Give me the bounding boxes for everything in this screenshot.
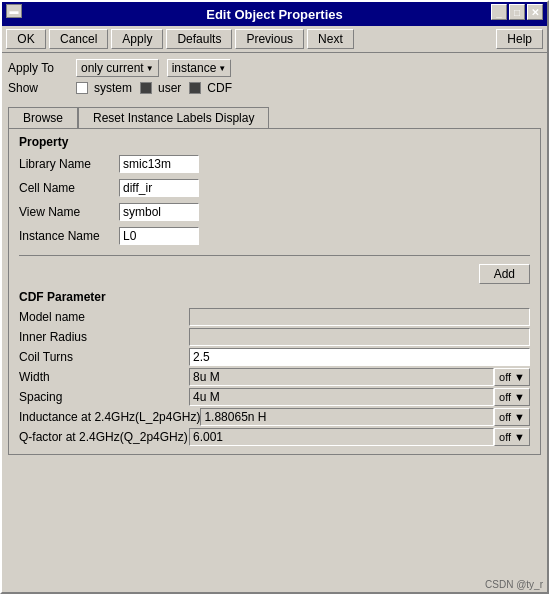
- help-button[interactable]: Help: [496, 29, 543, 49]
- cdf-param-value[interactable]: 2.5: [189, 348, 530, 366]
- reset-tab[interactable]: Reset Instance Labels Display: [78, 107, 269, 128]
- user-checkbox[interactable]: [140, 82, 152, 94]
- apply-to-option2-button[interactable]: instance ▼: [167, 59, 232, 77]
- view-name-label: View Name: [19, 205, 119, 219]
- tab-container: Browse Reset Instance Labels Display Pro…: [8, 103, 541, 455]
- cdf-param-value[interactable]: 4u M: [189, 388, 494, 406]
- cell-name-row: Cell Name: [19, 179, 530, 197]
- title-bar: ▬ Edit Object Properties _ □ ✕: [2, 2, 547, 26]
- param-value-container: 8u Moff ▼: [189, 368, 530, 386]
- param-toggle-button[interactable]: off ▼: [494, 388, 530, 406]
- user-label: user: [158, 81, 181, 95]
- cdf-param-label: Coil Turns: [19, 350, 189, 364]
- cdf-checkbox-row: CDF: [189, 81, 232, 95]
- tab-panel: Property Library Name Cell Name View Nam…: [8, 129, 541, 455]
- cdf-param-row: Model name: [19, 308, 530, 326]
- cdf-param-label: Inner Radius: [19, 330, 189, 344]
- window-title: Edit Object Properties: [206, 7, 343, 22]
- add-button[interactable]: Add: [479, 264, 530, 284]
- cdf-param-label: Inductance at 2.4GHz(L_2p4GHz): [19, 410, 200, 424]
- cdf-section-header: CDF Parameter: [19, 290, 530, 304]
- cdf-param-row: Inductance at 2.4GHz(L_2p4GHz)1.88065n H…: [19, 408, 530, 426]
- view-name-row: View Name: [19, 203, 530, 221]
- property-section-header: Property: [19, 135, 530, 149]
- param-toggle-button[interactable]: off ▼: [494, 428, 530, 446]
- cell-name-input[interactable]: [119, 179, 199, 197]
- browse-tab[interactable]: Browse: [8, 107, 78, 128]
- tab-row: Browse Reset Instance Labels Display: [8, 107, 541, 129]
- cdf-param-label: Model name: [19, 310, 189, 324]
- cdf-param-row: Inner Radius: [19, 328, 530, 346]
- cdf-params-list: Model nameInner RadiusCoil Turns2.5Width…: [19, 308, 530, 446]
- cdf-param-row: Coil Turns2.5: [19, 348, 530, 366]
- library-name-row: Library Name: [19, 155, 530, 173]
- system-checkbox[interactable]: [76, 82, 88, 94]
- chevron-down-icon: ▼: [218, 64, 226, 73]
- divider: [19, 255, 530, 256]
- minimize-button[interactable]: _: [491, 4, 507, 20]
- cdf-param-label: Width: [19, 370, 189, 384]
- cdf-param-value[interactable]: 8u M: [189, 368, 494, 386]
- cdf-param-label: Q-factor at 2.4GHz(Q_2p4GHz): [19, 430, 189, 444]
- apply-button[interactable]: Apply: [111, 29, 163, 49]
- cdf-section: CDF Parameter Model nameInner RadiusCoil…: [19, 290, 530, 448]
- title-bar-icon: ▬: [6, 4, 22, 18]
- show-label: Show: [8, 81, 68, 95]
- close-button[interactable]: ✕: [527, 4, 543, 20]
- param-toggle-button[interactable]: off ▼: [494, 368, 530, 386]
- param-value-container: 4u Moff ▼: [189, 388, 530, 406]
- main-window: ▬ Edit Object Properties _ □ ✕ OK Cancel…: [0, 0, 549, 594]
- cdf-param-label: Spacing: [19, 390, 189, 404]
- user-checkbox-row: user: [140, 81, 181, 95]
- instance-name-row: Instance Name: [19, 227, 530, 245]
- show-row: Show system user CDF: [8, 81, 541, 95]
- system-checkbox-row: system: [76, 81, 132, 95]
- previous-button[interactable]: Previous: [235, 29, 304, 49]
- system-label: system: [94, 81, 132, 95]
- cdf-param-row: Spacing4u Moff ▼: [19, 388, 530, 406]
- next-button[interactable]: Next: [307, 29, 354, 49]
- defaults-button[interactable]: Defaults: [166, 29, 232, 49]
- cdf-param-row: Width8u Moff ▼: [19, 368, 530, 386]
- param-value-container: 6.001off ▼: [189, 428, 530, 446]
- cdf-checkbox[interactable]: [189, 82, 201, 94]
- watermark: CSDN @ty_r: [2, 577, 547, 592]
- toolbar: OK Cancel Apply Defaults Previous Next H…: [2, 26, 547, 53]
- cdf-label: CDF: [207, 81, 232, 95]
- chevron-down-icon: ▼: [146, 64, 154, 73]
- title-bar-buttons: _ □ ✕: [491, 4, 543, 20]
- cdf-param-value[interactable]: [189, 328, 530, 346]
- instance-name-label: Instance Name: [19, 229, 119, 243]
- system-menu-icon[interactable]: ▬: [6, 4, 22, 18]
- maximize-button[interactable]: □: [509, 4, 525, 20]
- cell-name-label: Cell Name: [19, 181, 119, 195]
- add-btn-row: Add: [19, 264, 530, 284]
- apply-to-option1-button[interactable]: only current ▼: [76, 59, 159, 77]
- cdf-param-row: Q-factor at 2.4GHz(Q_2p4GHz)6.001off ▼: [19, 428, 530, 446]
- cdf-param-value[interactable]: [189, 308, 530, 326]
- cdf-param-value[interactable]: 6.001: [189, 428, 494, 446]
- apply-to-row: Apply To only current ▼ instance ▼: [8, 59, 541, 77]
- param-toggle-button[interactable]: off ▼: [494, 408, 530, 426]
- content-area: Apply To only current ▼ instance ▼ Show …: [2, 53, 547, 577]
- cdf-param-value[interactable]: 1.88065n H: [200, 408, 494, 426]
- param-value-container: 1.88065n Hoff ▼: [200, 408, 530, 426]
- library-name-label: Library Name: [19, 157, 119, 171]
- cancel-button[interactable]: Cancel: [49, 29, 108, 49]
- ok-button[interactable]: OK: [6, 29, 46, 49]
- instance-name-input[interactable]: [119, 227, 199, 245]
- library-name-input[interactable]: [119, 155, 199, 173]
- apply-to-label: Apply To: [8, 61, 68, 75]
- view-name-input[interactable]: [119, 203, 199, 221]
